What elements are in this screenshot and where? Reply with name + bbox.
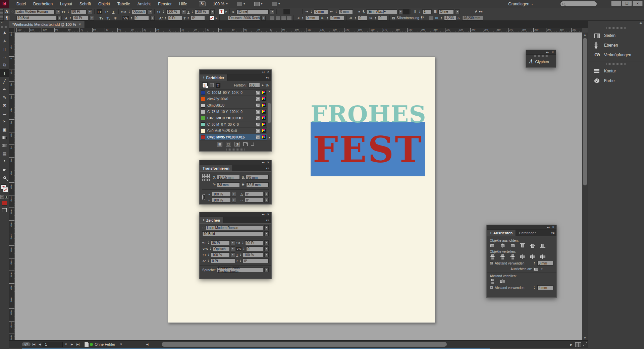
gap-tool[interactable]: ↔ (0, 53, 9, 61)
grid-stepper[interactable]: ▲▼ (440, 16, 443, 20)
first-line-indent-stepper[interactable]: ▲▼ (301, 16, 304, 20)
font-size-dropdown[interactable]: ▼ (88, 9, 92, 14)
small-caps-button[interactable]: Tᴛ (98, 15, 104, 20)
span-columns-dropdown[interactable]: ▼ (455, 9, 460, 14)
zoom-tool[interactable] (0, 174, 9, 182)
tracking-stepper[interactable]: ▲▼ (130, 16, 133, 20)
panel-resize-gripper[interactable] (226, 149, 245, 151)
distribute-top-icon[interactable] (490, 254, 495, 259)
justify-right-button[interactable] (276, 16, 280, 20)
rotation-dropdown[interactable]: ▼ (264, 192, 269, 196)
page-number-field[interactable]: 1 (43, 342, 63, 347)
close-panel-icon[interactable]: ✕ (267, 213, 269, 216)
pen-tool[interactable]: ✒ (0, 85, 9, 93)
scroll-down-arrow[interactable]: ▼ (267, 136, 271, 140)
color-icon[interactable]: Farbe (588, 76, 644, 85)
direct-selection-tool[interactable]: ➤ (0, 37, 9, 45)
vertical-scrollbar-thumb[interactable] (583, 38, 587, 185)
layers-icon[interactable]: Ebenen (588, 40, 644, 50)
kerning-stepper[interactable]: ▲▼ (128, 10, 130, 13)
spacing-field-2[interactable]: 4 mm (537, 285, 553, 290)
distribute-bottom-icon[interactable] (510, 254, 515, 259)
align-to-icon[interactable] (534, 267, 539, 271)
collapse-panel-icon[interactable]: ◂◂ (262, 161, 264, 164)
formatting-affects-text-button[interactable]: T (5, 195, 8, 199)
align-towards-spine-button[interactable] (287, 16, 291, 20)
menu-item[interactable]: Fenster (154, 0, 175, 8)
tracking-dropdown[interactable]: ▼ (264, 246, 269, 251)
font-family-field[interactable]: Latin Modern Roman (206, 225, 263, 230)
vertical-scale-dropdown[interactable]: ▼ (231, 252, 235, 257)
collapse-panel-icon[interactable]: ◂◂ (547, 226, 549, 229)
menu-item[interactable]: Objekt (95, 0, 114, 8)
hand-tool[interactable]: ☛ (0, 166, 9, 174)
vertical-ruler[interactable]: 2010010203040506070809010011012013014015… (9, 33, 15, 340)
spacing-stepper-2[interactable]: ▲▼ (533, 286, 536, 289)
tracking-dropdown[interactable]: ▼ (150, 16, 155, 20)
font-style-field[interactable]: 10 Bold (16, 16, 56, 20)
font-size-field[interactable]: 86 Pt (211, 240, 230, 245)
bridge-button[interactable]: Br (199, 1, 206, 6)
gradient-swatch-tool[interactable] (0, 133, 9, 141)
swatch-row[interactable]: c0m76y100k0 (200, 96, 267, 102)
drop-cap-chars-field[interactable]: 0 (378, 16, 387, 20)
menu-item[interactable]: Bearbeiten (30, 0, 56, 8)
skew-stepper[interactable]: ▲▼ (239, 259, 242, 263)
font-size-stepper[interactable]: ▲▼ (67, 10, 70, 13)
previous-page-button[interactable]: ◀ (37, 343, 43, 346)
transform-tab[interactable]: Transformieren (200, 165, 233, 171)
balance-columns-icon[interactable] (429, 16, 433, 20)
minimize-button[interactable]: – (611, 1, 621, 6)
rectangle-frame-tool[interactable]: ⊠ (0, 101, 9, 109)
character-color-swatch[interactable]: T (219, 9, 224, 14)
panel-menu-icon[interactable]: ▾≡ (266, 217, 271, 223)
indent-right-stepper[interactable]: ▲▼ (335, 10, 337, 13)
restore-button[interactable]: ❐ (622, 1, 632, 6)
baseline-shift-stepper[interactable]: ▲▼ (207, 259, 210, 263)
horizontal-ruler[interactable]: 1201101009080706050403020100102030405060… (15, 28, 582, 33)
kerning-stepper[interactable]: ▲▼ (209, 247, 212, 250)
columns-stepper[interactable]: ▲▼ (418, 10, 421, 13)
free-transform-tool[interactable]: ▣ (0, 125, 9, 133)
menu-item[interactable]: Datei (13, 0, 30, 8)
font-family-dropdown[interactable]: ▼ (264, 225, 269, 230)
align-to-dropdown[interactable]: ▼ (541, 268, 543, 270)
new-swatch-button[interactable] (243, 142, 248, 146)
menu-item[interactable]: Layout (56, 0, 76, 8)
vertical-scale-stepper[interactable]: ▲▼ (162, 10, 165, 13)
line-tool[interactable]: ╱ (0, 77, 9, 85)
pencil-tool[interactable]: ✎ (0, 93, 9, 101)
width-field[interactable]: 90 mm (246, 175, 269, 180)
language-dropdown[interactable]: ▼ (264, 268, 269, 272)
distribute-v-space-icon[interactable] (490, 279, 495, 283)
skew-stepper[interactable]: ▲▼ (187, 16, 190, 20)
y-position-field[interactable]: 38 mm (217, 182, 240, 187)
tint-flyout[interactable]: ▶ (262, 84, 264, 86)
note-tool[interactable]: ▤ (0, 150, 9, 158)
drop-cap-chars-stepper[interactable]: ▲▼ (374, 16, 377, 20)
last-line-indent-field[interactable]: 0 mm (330, 16, 344, 20)
indent-right-field[interactable]: 0 mm (339, 9, 353, 14)
indent-left-field[interactable]: 0 mm (314, 9, 328, 14)
close-panel-icon[interactable]: ✕ (551, 51, 554, 54)
kerning-field[interactable]: Optisch (213, 246, 230, 251)
scissors-tool[interactable]: ✂ (0, 117, 9, 125)
show-swatch-kinds-button[interactable]: ▦ (217, 142, 222, 147)
distribute-h-center-icon[interactable] (530, 254, 535, 259)
character-formatting-icon[interactable]: A (3, 9, 10, 14)
underline-button[interactable]: T (111, 9, 116, 14)
document-tab[interactable]: *Weihnachts-Menükarte.indd @ 100 % ✕ (9, 21, 85, 28)
scale-y-field[interactable]: 100 % (212, 198, 231, 202)
distribute-right-icon[interactable] (540, 254, 545, 259)
scroll-up-arrow[interactable]: ▲ (267, 90, 271, 94)
vertical-scale-field[interactable]: 100 % (166, 9, 180, 14)
spacing-field[interactable]: 3 mm (537, 261, 553, 266)
leading-field[interactable]: 90 Pt (73, 16, 88, 20)
view-options-dropdown[interactable]: ▼ (237, 2, 246, 6)
menu-item[interactable]: Hilfe (175, 0, 191, 8)
vertical-scale-dropdown[interactable]: ▼ (182, 9, 186, 14)
swatch-scrollbar[interactable]: ▲ ▼ (267, 90, 271, 140)
dock-gripper[interactable] (606, 27, 626, 29)
arrange-documents-dropdown[interactable]: ▼ (272, 2, 280, 6)
last-page-button[interactable]: ▶| (75, 343, 81, 346)
